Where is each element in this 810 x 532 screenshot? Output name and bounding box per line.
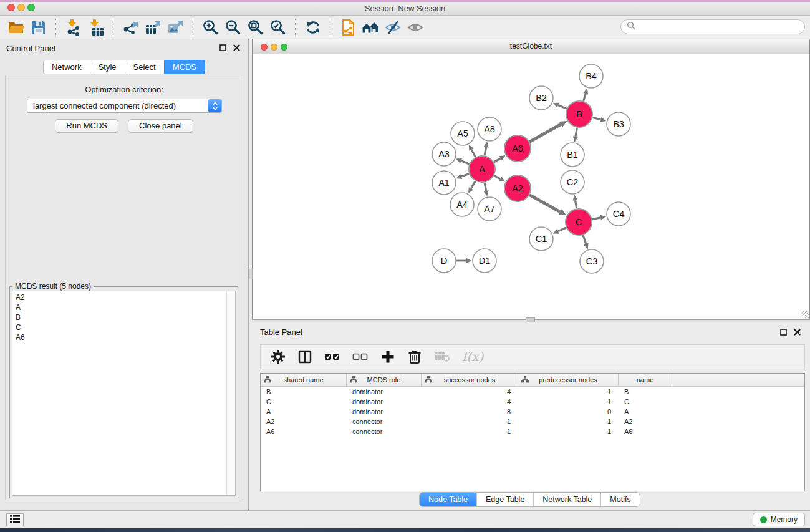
import-network-icon[interactable] (62, 18, 85, 37)
export-network-icon[interactable] (120, 18, 142, 37)
network-window-titlebar[interactable]: testGlobe.txt (253, 39, 809, 55)
run-mcds-button[interactable]: Run MCDS (55, 119, 118, 133)
table-cell[interactable]: 4 (422, 388, 518, 395)
delete-table-icon[interactable] (434, 350, 450, 364)
search-box[interactable] (620, 19, 805, 34)
graph-edge-A2-C[interactable] (529, 195, 560, 212)
close-table-panel-icon[interactable] (793, 327, 801, 336)
graph-edge-A-A8[interactable] (485, 147, 486, 155)
mcds-result-item[interactable]: A6 (16, 332, 235, 342)
show-all-icon[interactable] (404, 18, 427, 37)
float-panel-icon[interactable] (218, 43, 227, 52)
table-cell[interactable]: A (619, 408, 672, 415)
first-neighbors-icon[interactable] (359, 18, 382, 37)
tab-node-table[interactable]: Node Table (420, 493, 476, 506)
graph-edge-C-C1[interactable] (558, 228, 566, 231)
graph-edge-A-A4[interactable] (471, 181, 475, 188)
tab-style[interactable]: Style (90, 60, 125, 74)
column-header-predecessor-nodes[interactable]: predecessor nodes (518, 374, 619, 386)
table-cell[interactable]: 1 (518, 398, 619, 405)
columns-icon[interactable] (297, 349, 312, 364)
tab-motifs[interactable]: Motifs (600, 493, 639, 506)
delete-columns-icon[interactable] (407, 349, 422, 365)
table-cell[interactable]: 1 (422, 428, 518, 435)
mcds-result-item[interactable]: A2 (16, 293, 235, 302)
table-row[interactable]: Cdominator41C (261, 397, 804, 407)
close-panel-button[interactable]: Close panel (128, 119, 193, 133)
result-list-scrollbar[interactable] (226, 291, 235, 495)
table-cell[interactable]: dominator (347, 398, 422, 405)
table-cell[interactable]: dominator (347, 388, 422, 395)
table-cell[interactable]: 1 (518, 418, 619, 425)
table-row[interactable]: Adominator80A (261, 407, 804, 417)
graph-edge-C-C4[interactable] (592, 218, 601, 220)
graph-edge-B-B4[interactable] (584, 94, 586, 101)
mcds-result-item[interactable]: A (16, 302, 235, 312)
network-canvas[interactable]: B4B2BB3A8A5A6B1A3AA1C2A2A4A7C4CC1C3DD1 (253, 54, 809, 319)
refresh-icon[interactable] (302, 18, 324, 37)
table-cell[interactable]: C (619, 398, 672, 405)
mcds-result-item[interactable]: C (16, 322, 235, 332)
graph-edge-A-A6[interactable] (494, 158, 501, 162)
close-panel-icon[interactable] (232, 43, 241, 52)
column-header-shared-name[interactable]: shared name (261, 374, 347, 386)
tab-network[interactable]: Network (43, 60, 90, 74)
table-cell[interactable]: 1 (518, 428, 619, 435)
mcds-result-item[interactable]: B (16, 312, 235, 322)
table-row[interactable]: Bdominator41B (261, 387, 804, 397)
save-session-icon[interactable] (27, 18, 50, 37)
table-cell[interactable]: A6 (261, 428, 347, 435)
table-cell[interactable]: connector (347, 418, 422, 425)
table-cell[interactable]: 0 (518, 408, 619, 415)
new-network-from-file-icon[interactable] (337, 18, 359, 37)
column-header-successor-nodes[interactable]: successor nodes (422, 374, 518, 386)
zoom-in-icon[interactable] (200, 18, 222, 37)
network-resize-grip[interactable] (802, 311, 809, 318)
hide-selected-icon[interactable] (382, 18, 404, 37)
create-column-icon[interactable] (380, 349, 395, 364)
table-cell[interactable]: A (261, 408, 347, 415)
optimization-criterion-dropdown[interactable]: largest connected component (directed) (27, 99, 222, 113)
table-cell[interactable]: 8 (422, 408, 518, 415)
open-file-icon[interactable] (5, 18, 27, 37)
memory-button[interactable]: Memory (753, 513, 805, 526)
search-input[interactable] (639, 22, 799, 32)
vertical-splitter-grip[interactable] (248, 269, 253, 279)
table-cell[interactable]: connector (347, 428, 422, 435)
graph-edge-A-A5[interactable] (471, 150, 475, 157)
tab-mcds[interactable]: MCDS (164, 60, 205, 74)
graph-edge-A-A2[interactable] (494, 176, 500, 179)
zoom-selected-icon[interactable] (267, 18, 289, 37)
task-history-button[interactable] (6, 513, 24, 526)
mcds-result-list[interactable]: A2ABCA6 (12, 291, 236, 496)
graph-edge-B-B1[interactable] (576, 128, 577, 137)
select-all-icon[interactable] (324, 349, 340, 364)
table-row[interactable]: A2connector11A2 (261, 417, 804, 427)
table-cell[interactable]: A2 (261, 418, 347, 425)
graph-edge-C-C3[interactable] (583, 235, 586, 244)
tab-select[interactable]: Select (125, 60, 165, 74)
column-header-name[interactable]: name (619, 374, 672, 386)
table-cell[interactable]: 1 (422, 418, 518, 425)
table-cell[interactable]: A6 (619, 428, 672, 435)
graph-edge-A-A3[interactable] (461, 161, 469, 164)
export-table-icon[interactable] (142, 18, 165, 37)
table-cell[interactable]: A2 (619, 418, 672, 425)
table-cell[interactable]: C (261, 398, 347, 405)
export-image-icon[interactable] (165, 18, 187, 37)
table-cell[interactable]: 1 (518, 388, 619, 395)
deselect-all-icon[interactable] (352, 349, 369, 364)
tab-edge-table[interactable]: Edge Table (476, 493, 533, 506)
tab-network-table[interactable]: Network Table (533, 493, 600, 506)
float-table-panel-icon[interactable] (779, 327, 788, 336)
table-cell[interactable]: B (619, 388, 672, 395)
column-header-MCDS-role[interactable]: MCDS role (347, 374, 422, 386)
zoom-fit-icon[interactable] (244, 18, 267, 37)
table-cell[interactable]: B (261, 388, 347, 395)
graph-edge-B-B2[interactable] (558, 105, 567, 109)
function-builder-icon[interactable]: f(x) (462, 349, 483, 364)
graph-edge-C-C2[interactable] (576, 200, 577, 208)
table-cell[interactable]: 4 (422, 398, 518, 405)
table-cell[interactable]: dominator (347, 408, 422, 415)
table-options-icon[interactable] (271, 349, 286, 364)
